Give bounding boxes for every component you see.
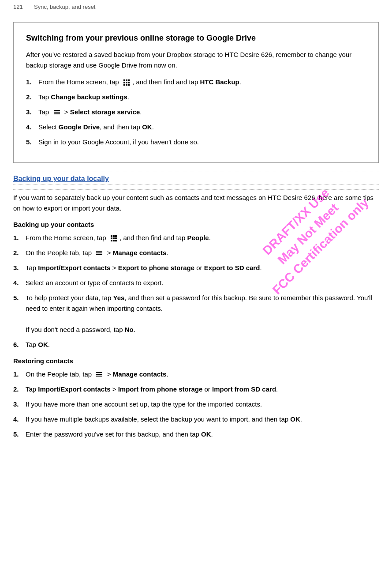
- boxed-steps-list: 1. From the Home screen, tap , and then …: [26, 77, 366, 147]
- boxed-step-1: 1. From the Home screen, tap , and then …: [26, 77, 366, 87]
- boxed-section-intro: After you've restored a saved backup fro…: [26, 49, 366, 71]
- contacts-step-1: 1. From the Home screen, tap , and then …: [13, 233, 379, 243]
- content-body: DRAFT/XX UseMay Not MeetFCC Certificatio…: [0, 13, 392, 457]
- backing-heading: Backing up your data locally: [13, 175, 379, 185]
- menu-icon-2: [96, 251, 102, 256]
- boxed-step-4: 4. Select Google Drive, and then tap OK.: [26, 122, 366, 132]
- restoring-steps-list: 1. On the People tab, tap > Manage conta…: [13, 369, 379, 440]
- contacts-steps-list: 1. From the Home screen, tap , and then …: [13, 233, 379, 350]
- menu-icon-3: [96, 372, 102, 377]
- restoring-heading: Restoring contacts: [13, 357, 379, 365]
- boxed-section-title: Switching from your previous online stor…: [26, 33, 366, 43]
- divider: [13, 172, 379, 172]
- contacts-step-5: 5. To help protect your data, tap Yes, a…: [13, 293, 379, 335]
- restoring-step-3: 3. If you have more than one account set…: [13, 399, 379, 410]
- grid-icon-2: [111, 235, 117, 241]
- boxed-step-3: 3. Tap > Select storage service.: [26, 107, 366, 117]
- contacts-step-6: 6. Tap OK.: [13, 339, 379, 350]
- boxed-section: Switching from your previous online stor…: [13, 22, 379, 163]
- restoring-step-1: 1. On the People tab, tap > Manage conta…: [13, 369, 379, 380]
- contacts-step-2: 2. On the People tab, tap > Manage conta…: [13, 248, 379, 258]
- boxed-step-2: 2. Tap Change backup settings.: [26, 92, 366, 102]
- main-content: Switching from your previous online stor…: [0, 13, 392, 457]
- grid-icon-1: [123, 79, 130, 86]
- menu-icon-1: [54, 110, 60, 115]
- boxed-step-5: 5. Sign in to your Google Account, if yo…: [26, 137, 366, 147]
- restoring-step-4: 4. If you have multiple backups availabl…: [13, 414, 379, 425]
- contacts-step-3: 3. Tap Import/Export contacts > Export t…: [13, 263, 379, 273]
- backing-intro: If you want to separately back up your c…: [13, 192, 379, 214]
- contacts-step-4: 4. Select an account or type of contacts…: [13, 278, 379, 288]
- divider2: [13, 189, 379, 190]
- contacts-heading: Backing up your contacts: [13, 221, 379, 228]
- page-number: 121: [13, 4, 23, 10]
- restoring-step-2: 2. Tap Import/Export contacts > Import f…: [13, 384, 379, 395]
- restoring-step-5: 5. Enter the password you've set for thi…: [13, 429, 379, 440]
- backing-section: Backing up your data locally If you want…: [13, 175, 379, 440]
- chapter-title: Sync, backup, and reset: [34, 4, 95, 10]
- page-header: 121 Sync, backup, and reset: [0, 0, 392, 13]
